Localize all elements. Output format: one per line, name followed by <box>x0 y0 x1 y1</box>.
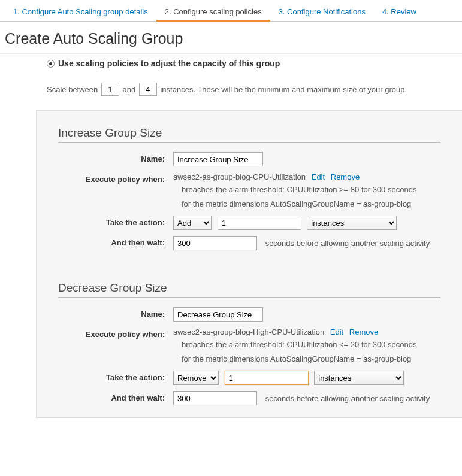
decrease-dimensions-text: for the metric dimensions AutoScalingGro… <box>182 353 451 365</box>
decrease-action-unit-select[interactable]: instances <box>314 371 404 385</box>
increase-alarm-name: awsec2-as-group-blog-CPU-Utilization <box>173 172 306 181</box>
increase-execute-label: Execute policy when: <box>47 172 173 184</box>
increase-action-amount-input[interactable] <box>218 216 301 230</box>
decrease-title: Decrease Group Size <box>58 281 451 295</box>
scale-suffix: instances. These will be the minimum and… <box>160 85 407 94</box>
tab-review[interactable]: 4. Review <box>374 2 425 22</box>
increase-cooldown-input[interactable] <box>173 236 257 250</box>
increase-action-label: Take the action: <box>47 216 173 227</box>
decrease-edit-link[interactable]: Edit <box>330 328 343 336</box>
increase-title: Increase Group Size <box>58 126 451 140</box>
radio-label: Use scaling policies to adjust the capac… <box>58 59 280 68</box>
scale-and: and <box>123 85 136 94</box>
increase-name-input[interactable] <box>173 152 263 166</box>
wizard-tabs: 1. Configure Auto Scaling group details … <box>0 0 462 22</box>
decrease-wait-label: And then wait: <box>47 391 173 402</box>
decrease-cooldown-input[interactable] <box>173 391 257 405</box>
scale-prefix: Scale between <box>47 85 98 94</box>
max-instances-input[interactable] <box>139 83 157 96</box>
decrease-action-op-select[interactable]: Remove <box>173 371 219 385</box>
decrease-execute-label: Execute policy when: <box>47 328 173 339</box>
increase-remove-link[interactable]: Remove <box>331 172 360 181</box>
tab-configure-notifications[interactable]: 3. Configure Notifications <box>270 2 374 22</box>
tab-configure-policies[interactable]: 2. Configure scaling policies <box>156 2 270 22</box>
radio-icon <box>47 60 55 68</box>
decrease-action-amount-input[interactable] <box>225 371 309 385</box>
increase-name-label: Name: <box>47 152 173 163</box>
policies-panel: Increase Group Size Name: Execute policy… <box>36 110 462 418</box>
increase-threshold-text: breaches the alarm threshold: CPUUtiliza… <box>182 184 451 196</box>
increase-action-op-select[interactable]: Add <box>173 216 212 230</box>
decrease-cooldown-text: seconds before allowing another scaling … <box>265 394 430 403</box>
increase-divider <box>58 142 440 143</box>
scaling-mode-radio[interactable]: Use scaling policies to adjust the capac… <box>0 54 462 74</box>
decrease-alarm-name: awsec2-as-group-blog-High-CPU-Utilizatio… <box>173 328 324 336</box>
scale-between-row: Scale between and instances. These will … <box>0 74 462 110</box>
increase-edit-link[interactable]: Edit <box>312 172 325 181</box>
decrease-threshold-text: breaches the alarm threshold: CPUUtiliza… <box>182 339 451 351</box>
decrease-name-label: Name: <box>47 307 173 319</box>
tab-configure-details[interactable]: 1. Configure Auto Scaling group details <box>5 2 156 22</box>
increase-wait-label: And then wait: <box>47 236 173 247</box>
decrease-divider <box>58 297 440 298</box>
page-title: Create Auto Scaling Group <box>5 30 457 47</box>
increase-action-unit-select[interactable]: instances <box>307 216 397 230</box>
increase-cooldown-text: seconds before allowing another scaling … <box>265 239 430 248</box>
increase-dimensions-text: for the metric dimensions AutoScalingGro… <box>182 198 451 210</box>
decrease-name-input[interactable] <box>173 307 263 322</box>
min-instances-input[interactable] <box>101 83 119 96</box>
decrease-action-label: Take the action: <box>47 371 173 382</box>
decrease-remove-link[interactable]: Remove <box>349 328 378 336</box>
